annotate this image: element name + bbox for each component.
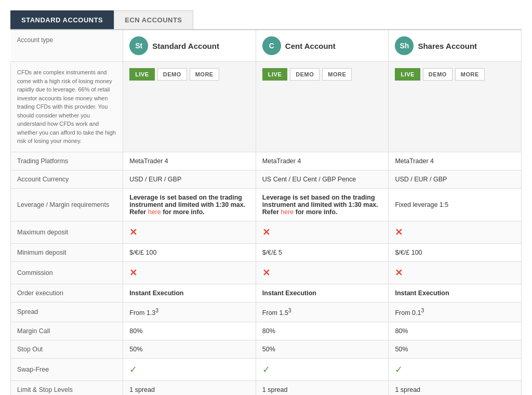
footnote-superscript: 3 xyxy=(288,308,291,313)
cent-account-title: Cent Account xyxy=(285,42,336,50)
account-value-cell: Fixed leverage 1:5 xyxy=(389,188,522,221)
account-value-cell: ✓ xyxy=(389,358,522,380)
account-value-cell: 80% xyxy=(389,322,522,340)
account-value-cell: From 1.53 xyxy=(256,302,389,322)
table-row: Order executionInstant ExecutionInstant … xyxy=(11,284,522,302)
standard-account-header: St Standard Account xyxy=(123,30,256,62)
cent-demo-btn[interactable]: DEMO xyxy=(290,68,320,81)
account-value-cell: 50% xyxy=(389,340,522,358)
cent-more-btn[interactable]: MORE xyxy=(322,68,352,81)
cent-live-btn[interactable]: LIVE xyxy=(262,68,287,81)
leverage-text-after: for more info. xyxy=(161,208,205,216)
table-row: Maximum deposit✕✕✕ xyxy=(11,221,522,243)
table-row: Stop Out50%50%50% xyxy=(11,340,522,358)
account-value-cell: ✕ xyxy=(389,261,522,284)
leverage-text-after: for more info. xyxy=(294,208,337,216)
account-value-cell: 1 spread xyxy=(123,380,256,395)
shares-btn-group: LIVE DEMO MORE xyxy=(395,68,515,81)
account-value-cell: ✓ xyxy=(123,358,256,380)
leverage-here-link[interactable]: here xyxy=(148,208,161,216)
tab-standard[interactable]: STANDARD ACCOUNTS xyxy=(10,10,114,29)
table-row: SpreadFrom 1.33From 1.53From 0.13 xyxy=(11,302,522,322)
feature-label: Trading Platforms xyxy=(11,152,123,170)
cross-icon: ✕ xyxy=(129,268,137,278)
shares-demo-btn[interactable]: DEMO xyxy=(423,68,453,81)
standard-demo-btn[interactable]: DEMO xyxy=(157,68,187,81)
account-value-cell: 50% xyxy=(256,340,389,358)
check-icon: ✓ xyxy=(395,364,403,375)
feature-label: Swap-Free xyxy=(11,358,123,380)
table-row: Account CurrencyUSD / EUR / GBPUS Cent /… xyxy=(11,170,522,188)
cent-btn-group: LIVE DEMO MORE xyxy=(262,68,382,81)
footnote-superscript: 3 xyxy=(421,308,424,313)
account-header-row: Account type St Standard Account C Cent … xyxy=(11,30,522,62)
account-value-cell: USD / EUR / GBP xyxy=(389,170,522,188)
account-value-cell: Leverage is set based on the trading ins… xyxy=(256,188,389,221)
table-row: Minimum deposit$/€/£ 100$/€/£ 5$/€/£ 100 xyxy=(11,243,522,261)
cent-icon: C xyxy=(262,36,281,55)
shares-account-header: Sh Shares Account xyxy=(389,30,522,62)
shares-more-btn[interactable]: MORE xyxy=(455,68,485,81)
standard-live-btn[interactable]: LIVE xyxy=(129,68,154,81)
cross-icon: ✕ xyxy=(262,227,270,238)
feature-label: Margin Call xyxy=(11,322,123,340)
feature-label: Account Currency xyxy=(11,170,123,188)
account-value-cell: ✕ xyxy=(123,261,256,284)
table-row: Trading PlatformsMetaTrader 4MetaTrader … xyxy=(11,152,522,170)
standard-btn-group: LIVE DEMO MORE xyxy=(129,68,249,81)
account-value-cell: US Cent / EU Cent / GBP Pence xyxy=(256,170,389,188)
shares-buttons-cell: LIVE DEMO MORE xyxy=(389,62,522,152)
leverage-here-link[interactable]: here xyxy=(281,208,294,216)
account-value-cell: 1 spread xyxy=(256,380,389,395)
account-value-cell: From 0.13 xyxy=(389,302,522,322)
account-value-cell: 1 spread xyxy=(389,380,522,395)
feature-label: Limit & Stop Levels xyxy=(11,380,123,395)
table-row: Swap-Free✓✓✓ xyxy=(11,358,522,380)
disclaimer-cell: CFDs are complex instruments and come wi… xyxy=(11,62,123,152)
comparison-table: Account type St Standard Account C Cent … xyxy=(10,30,522,395)
account-value-cell: Leverage is set based on the trading ins… xyxy=(123,188,256,221)
disclaimer-text: CFDs are complex instruments and come wi… xyxy=(17,69,116,144)
account-value-cell: ✓ xyxy=(256,358,389,380)
account-value-cell: 80% xyxy=(256,322,389,340)
account-value-cell: From 1.33 xyxy=(123,302,256,322)
account-type-label: Account type xyxy=(11,30,123,62)
account-value-cell: Instant Execution xyxy=(256,284,389,302)
page-wrapper: STANDARD ACCOUNTS ECN ACCOUNTS Account t… xyxy=(0,0,532,395)
feature-label: Spread xyxy=(11,302,123,322)
buttons-disclaimer-row: CFDs are complex instruments and come wi… xyxy=(11,62,522,152)
table-row: Commission✕✕✕ xyxy=(11,261,522,284)
check-icon: ✓ xyxy=(129,364,137,375)
standard-more-btn[interactable]: MORE xyxy=(190,68,219,81)
standard-account-title: Standard Account xyxy=(152,42,219,50)
account-value-cell: MetaTrader 4 xyxy=(389,152,522,170)
account-value-cell: 80% xyxy=(123,322,256,340)
account-value-cell: MetaTrader 4 xyxy=(256,152,389,170)
account-value-cell: ✕ xyxy=(256,261,389,284)
feature-label: Maximum deposit xyxy=(11,221,123,243)
feature-label: Commission xyxy=(11,261,123,284)
account-value-cell: $/€/£ 5 xyxy=(256,243,389,261)
cross-icon: ✕ xyxy=(129,227,137,238)
cross-icon: ✕ xyxy=(395,268,403,278)
standard-buttons-cell: LIVE DEMO MORE xyxy=(123,62,256,152)
shares-live-btn[interactable]: LIVE xyxy=(395,68,420,81)
tabs-bar: STANDARD ACCOUNTS ECN ACCOUNTS xyxy=(10,10,522,30)
account-value-cell: ✕ xyxy=(123,221,256,243)
account-value-cell: MetaTrader 4 xyxy=(123,152,256,170)
account-value-cell: Instant Execution xyxy=(389,284,522,302)
shares-account-title: Shares Account xyxy=(418,42,477,50)
account-value-cell: $/€/£ 100 xyxy=(389,243,522,261)
account-value-cell: ✕ xyxy=(389,221,522,243)
account-value-cell: ✕ xyxy=(256,221,389,243)
cross-icon: ✕ xyxy=(262,268,270,278)
standard-icon: St xyxy=(129,36,148,55)
table-row: Leverage / Margin requirementsLeverage i… xyxy=(11,188,522,221)
feature-label: Minimum deposit xyxy=(11,243,123,261)
tab-ecn[interactable]: ECN ACCOUNTS xyxy=(114,10,193,29)
table-row: Margin Call80%80%80% xyxy=(11,322,522,340)
feature-label: Order execution xyxy=(11,284,123,302)
check-icon: ✓ xyxy=(262,364,270,375)
table-row: Limit & Stop Levels1 spread1 spread1 spr… xyxy=(11,380,522,395)
shares-icon: Sh xyxy=(395,36,414,55)
